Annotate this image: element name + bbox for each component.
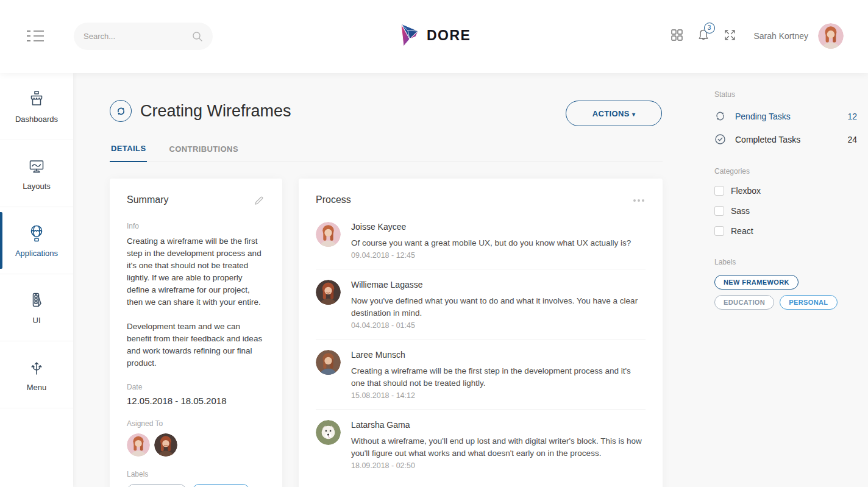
summary-title: Summary: [127, 194, 168, 205]
comment-author: Latarsha Gama: [351, 420, 646, 430]
comment-date: 15.08.2018 - 14:12: [351, 391, 646, 400]
comment-text: Without a wireframe, you'll end up lost …: [351, 435, 646, 460]
label-pill-personal[interactable]: PERSONAL: [192, 484, 249, 487]
search-input[interactable]: [84, 32, 192, 41]
comment-avatar: [316, 222, 341, 247]
assigned-avatars: [127, 433, 265, 457]
comment-avatar: [316, 420, 341, 445]
comment-text: Now you've defined what you want to do a…: [351, 295, 646, 319]
checkbox[interactable]: [714, 226, 724, 236]
categories-section-title: Categories: [714, 167, 857, 176]
tab-details[interactable]: DETAILS: [110, 139, 147, 162]
caret-down-icon: ▾: [632, 111, 635, 118]
app-root: DORE 3: [0, 0, 868, 487]
comment-author: Williemae Lagasse: [351, 280, 646, 290]
category-sass[interactable]: Sass: [714, 206, 857, 216]
main-content: Creating Wireframes ACTIONS▾ DETAILS CON…: [73, 73, 868, 487]
sidebar-item-label: Dashboards: [15, 115, 58, 124]
avatar-image: [818, 23, 844, 49]
info-label: Info: [127, 222, 265, 230]
process-menu-button[interactable]: [632, 194, 646, 203]
sidebar-item-ui[interactable]: UI: [0, 274, 73, 341]
comment-item: Joisse Kaycee Of course you want a great…: [316, 212, 646, 269]
labels-pills: NEW FRAMEWORK EDUCATION PERSONAL: [714, 275, 857, 310]
sidebar-item-dashboards[interactable]: Dashboards: [0, 73, 73, 140]
sidebar-item-menu[interactable]: Menu: [0, 341, 73, 408]
labels-label: Labels: [127, 470, 265, 478]
comment-item: Laree Munsch Creating a wireframe will b…: [316, 339, 646, 410]
comment-date: 04.04.2018 - 01:45: [351, 321, 646, 330]
monitor-icon: [27, 157, 46, 176]
tab-bar: DETAILS CONTRIBUTIONS: [110, 139, 663, 162]
comment-item: Williemae Lagasse Now you've defined wha…: [316, 269, 646, 339]
pending-tasks-row[interactable]: Pending Tasks 12: [714, 110, 857, 122]
shop-icon: [27, 90, 46, 109]
date-value: 12.05.2018 - 18.05.2018: [127, 396, 265, 406]
page-title-row: Creating Wireframes: [110, 100, 291, 122]
user-name[interactable]: Sarah Kortney: [754, 31, 809, 41]
comment-text: Of course you want a great mobile UX, bu…: [351, 237, 631, 249]
fullscreen-icon: [724, 29, 736, 41]
date-label: Date: [127, 383, 265, 391]
info-paragraph: Creating a wireframe will be the first s…: [127, 235, 265, 308]
grid-icon: [671, 29, 683, 41]
notifications-button[interactable]: 3: [697, 29, 710, 44]
sidebar-item-label: Menu: [27, 383, 47, 392]
comment-avatar: [316, 350, 341, 375]
check-circle-icon: [714, 133, 726, 145]
completed-tasks-label: Completed Tasks: [735, 135, 847, 144]
pending-tasks-value: 12: [847, 112, 857, 121]
sidebar-item-layouts[interactable]: Layouts: [0, 140, 73, 207]
notification-badge: 3: [704, 23, 715, 34]
checkbox[interactable]: [714, 206, 724, 216]
sidebar-item-label: Applications: [15, 249, 58, 258]
right-sidebar: Status Pending Tasks 12 C: [714, 90, 857, 310]
pending-icon: [714, 110, 726, 122]
sidebar-toggle-button[interactable]: [27, 30, 45, 41]
menu-icon: [27, 30, 45, 32]
completed-tasks-value: 24: [847, 135, 857, 144]
process-title: Process: [316, 194, 351, 205]
balloon-icon: [27, 224, 46, 243]
label-pill-personal[interactable]: PERSONAL: [780, 295, 837, 310]
sidebar-item-label: Layouts: [23, 182, 51, 191]
tab-contributions[interactable]: CONTRIBUTIONS: [168, 139, 240, 162]
app-logo[interactable]: DORE: [397, 22, 471, 49]
pencil-icon: [254, 196, 264, 205]
edit-summary-button[interactable]: [253, 194, 265, 208]
status-section-title: Status: [714, 90, 857, 99]
sidebar-item-label: UI: [33, 316, 41, 325]
comment-author: Joisse Kaycee: [351, 222, 631, 232]
refresh-icon: [116, 106, 126, 116]
dore-logo-icon: [397, 22, 421, 49]
checkbox[interactable]: [714, 186, 724, 196]
label-pill-new-framework[interactable]: NEW FRAMEWORK: [714, 275, 799, 290]
fullscreen-button[interactable]: [724, 29, 736, 43]
comment-avatar: [316, 280, 341, 305]
refresh-button[interactable]: [110, 100, 132, 122]
info-paragraph: Development team and we can benefit from…: [127, 321, 265, 369]
pending-tasks-label: Pending Tasks: [735, 112, 847, 121]
assigned-avatar: [127, 433, 150, 457]
comment-text: Creating a wireframe will be the first s…: [351, 365, 646, 389]
summary-card: Summary Info Creating a wireframe will b…: [110, 179, 282, 487]
summary-labels: EDUCATION PERSONAL: [127, 484, 265, 487]
sidebar-item-applications[interactable]: Applications: [0, 207, 73, 274]
comment-date: 18.09.2018 - 02:50: [351, 461, 646, 470]
label-pill-education[interactable]: EDUCATION: [127, 484, 187, 487]
comment-item: Latarsha Gama Without a wireframe, you'l…: [316, 410, 646, 479]
completed-tasks-row[interactable]: Completed Tasks 24: [714, 133, 857, 145]
swatchbook-icon: [27, 291, 46, 310]
categories-section: Categories Flexbox Sass React: [714, 167, 857, 236]
user-avatar[interactable]: [818, 23, 844, 49]
category-flexbox[interactable]: Flexbox: [714, 186, 857, 196]
apps-grid-button[interactable]: [671, 29, 683, 43]
branch-arrows-icon: [27, 358, 46, 377]
actions-dropdown-button[interactable]: ACTIONS▾: [566, 101, 662, 126]
assigned-label: Asigned To: [127, 419, 265, 428]
label-pill-education[interactable]: EDUCATION: [714, 295, 774, 310]
page-title: Creating Wireframes: [140, 102, 291, 121]
labels-section-title: Labels: [714, 258, 857, 266]
search-icon[interactable]: [192, 31, 203, 42]
category-react[interactable]: React: [714, 226, 857, 236]
